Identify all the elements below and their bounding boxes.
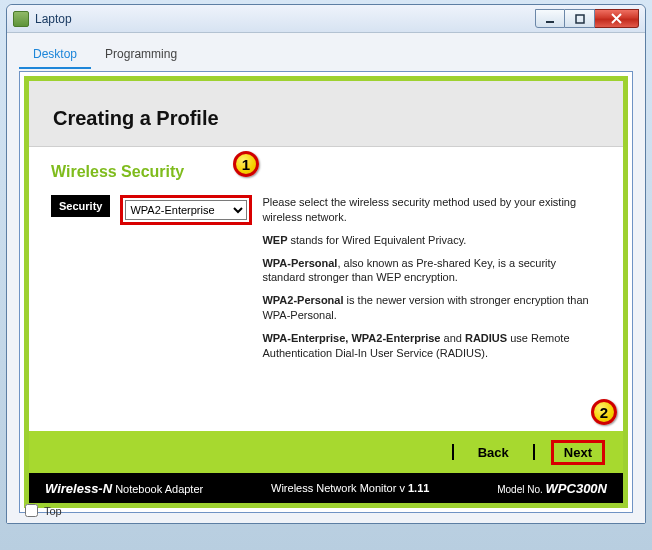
footer-model: Model No. WPC300N [497, 481, 607, 496]
next-button-highlight: Next [551, 440, 605, 465]
top-checkbox-row[interactable]: Top [25, 504, 62, 517]
security-select[interactable]: WPA2-Enterprise [125, 200, 247, 220]
desc-enterprise: WPA-Enterprise, WPA2-Enterprise and RADI… [262, 331, 595, 361]
titlebar[interactable]: Laptop [7, 5, 645, 33]
minimize-icon [545, 14, 555, 24]
panel-header: Creating a Profile [29, 81, 623, 147]
maximize-icon [575, 14, 585, 24]
footer-monitor: Wireless Network Monitor v 1.11 [271, 482, 429, 494]
tab-desktop[interactable]: Desktop [19, 43, 91, 69]
back-button[interactable]: Back [470, 439, 517, 466]
tab-programming[interactable]: Programming [91, 43, 191, 69]
security-description: Please select the wireless security meth… [262, 195, 601, 369]
top-checkbox-label: Top [44, 505, 62, 517]
close-button[interactable] [595, 9, 639, 28]
wizard-panel: Creating a Profile Wireless Security Sec… [24, 76, 628, 508]
action-bar: Back Next [29, 431, 623, 473]
next-button[interactable]: Next [556, 439, 600, 466]
callout-1: 1 [233, 151, 259, 177]
app-window: Laptop Desktop Programming Creating a Pr… [6, 4, 646, 524]
footer-bar: Wireless-N Notebook Adapter Wireless Net… [29, 473, 623, 503]
minimize-button[interactable] [535, 9, 565, 28]
top-checkbox[interactable] [25, 504, 38, 517]
desc-wep: WEP stands for Wired Equivalent Privacy. [262, 233, 595, 248]
panel-body: Wireless Security Security WPA2-Enterpri… [29, 147, 623, 431]
page-title: Creating a Profile [53, 107, 599, 130]
separator [452, 444, 454, 460]
security-select-highlight: WPA2-Enterprise [120, 195, 252, 225]
app-icon [13, 11, 29, 27]
separator [533, 444, 535, 460]
callout-2: 2 [591, 399, 617, 425]
footer-brand: Wireless-N Notebook Adapter [45, 481, 203, 496]
panel-outer: Creating a Profile Wireless Security Sec… [19, 71, 633, 513]
close-icon [611, 13, 622, 24]
client-area: Desktop Programming Creating a Profile W… [7, 33, 645, 523]
svg-rect-1 [576, 15, 584, 23]
window-title: Laptop [35, 12, 72, 26]
maximize-button[interactable] [565, 9, 595, 28]
security-label: Security [51, 195, 110, 217]
section-title: Wireless Security [51, 163, 601, 181]
desc-intro: Please select the wireless security meth… [262, 195, 595, 225]
desc-wpa2-personal: WPA2-Personal is the newer version with … [262, 293, 595, 323]
tab-bar: Desktop Programming [19, 43, 633, 69]
desc-wpa-personal: WPA-Personal, also known as Pre-shared K… [262, 256, 595, 286]
